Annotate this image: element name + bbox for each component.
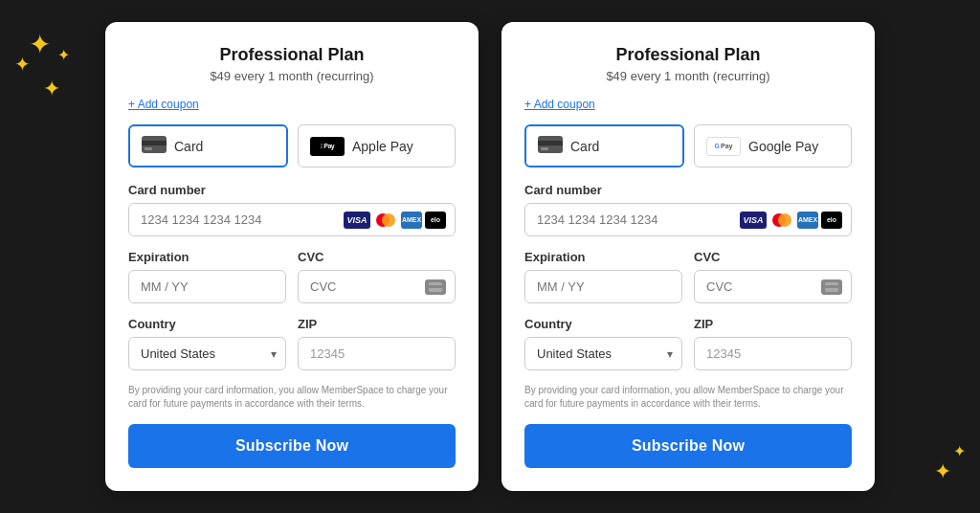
card-number-wrapper-left: VISA AMEX elo (128, 203, 456, 236)
star-icon-1: ✦ (29, 29, 51, 60)
country-zip-row-right: Country United States Canada United King… (524, 317, 852, 384)
plan-title-left: Professional Plan (128, 45, 456, 65)
expiry-cvc-row-left: Expiration CVC (128, 250, 456, 317)
google-pay-icon-right: GPay (706, 137, 741, 156)
cvc-wrapper-right (694, 270, 852, 303)
payment-method-applepay-left[interactable]:  Pay Apple Pay (298, 124, 456, 167)
expiration-label-left: Expiration (128, 250, 286, 264)
plan-title-right: Professional Plan (524, 45, 852, 65)
country-select-left[interactable]: United States Canada United Kingdom (128, 337, 286, 370)
zip-group-left: ZIP (298, 317, 456, 370)
zip-input-right[interactable] (694, 337, 852, 370)
svg-rect-2 (145, 147, 152, 150)
mastercard-logo-right (769, 212, 794, 229)
apple-pay-label-left: Apple Pay (352, 139, 413, 154)
zip-group-right: ZIP (694, 317, 852, 370)
expiration-input-right[interactable] (524, 270, 682, 303)
card-number-wrapper-right: VISA AMEX elo (524, 203, 852, 236)
zip-input-left[interactable] (298, 337, 456, 370)
expiration-input-left[interactable] (128, 270, 286, 303)
svg-rect-6 (538, 141, 563, 145)
payment-form-left: Professional Plan $49 every 1 month (rec… (105, 22, 479, 491)
star-icon-5: ✦ (934, 459, 951, 484)
card-icon-left (142, 136, 167, 156)
card-number-group-right: Card number VISA AMEX elo (524, 183, 852, 236)
add-coupon-right[interactable]: + Add coupon (524, 98, 595, 111)
cvc-group-right: CVC (694, 250, 852, 303)
card-number-label-left: Card number (128, 183, 456, 197)
subscribe-button-left[interactable]: Subscribe Now (128, 424, 456, 468)
add-coupon-left[interactable]: + Add coupon (128, 98, 199, 111)
country-group-left: Country United States Canada United King… (128, 317, 286, 370)
expiration-group-left: Expiration (128, 250, 286, 303)
card-logos-right: VISA AMEX elo (740, 212, 842, 229)
card-logos-left: VISA AMEX elo (344, 212, 446, 229)
country-wrapper-left: United States Canada United Kingdom ▾ (128, 337, 286, 370)
cards-container: Professional Plan $49 every 1 month (rec… (105, 22, 875, 491)
apple-pay-icon-left:  Pay (310, 137, 345, 156)
star-icon-2: ✦ (14, 53, 31, 76)
cvc-group-left: CVC (298, 250, 456, 303)
visa-logo-right: VISA (740, 212, 767, 229)
card-icon-right (538, 136, 563, 156)
svg-rect-1 (142, 141, 167, 145)
expiry-cvc-row-right: Expiration CVC (524, 250, 852, 317)
svg-rect-9 (825, 285, 838, 288)
cvc-label-right: CVC (694, 250, 852, 264)
plan-price-right: $49 every 1 month (recurring) (524, 69, 852, 83)
svg-rect-7 (541, 147, 548, 150)
zip-label-left: ZIP (298, 317, 456, 331)
card-label-right: Card (570, 139, 599, 154)
country-zip-row-left: Country United States Canada United King… (128, 317, 456, 384)
google-pay-label-right: Google Pay (748, 139, 818, 154)
expiration-group-right: Expiration (524, 250, 682, 303)
payment-methods-left: Card  Pay Apple Pay (128, 124, 456, 167)
star-icon-3: ✦ (43, 77, 60, 101)
cvc-card-icon-right (821, 279, 842, 295)
country-select-right[interactable]: United States Canada United Kingdom (524, 337, 682, 370)
payment-method-card-right[interactable]: Card (524, 124, 684, 167)
cvc-card-icon-left (425, 279, 446, 295)
payment-form-right: Professional Plan $49 every 1 month (rec… (501, 22, 875, 491)
cvc-wrapper-left (298, 270, 456, 303)
mastercard-logo-left (373, 212, 398, 229)
payment-method-googlepay-right[interactable]: GPay Google Pay (694, 124, 852, 167)
disclaimer-right: By providing your card information, you … (524, 384, 852, 411)
payment-methods-right: Card GPay Google Pay (524, 124, 852, 167)
elo-logo-right: elo (821, 212, 842, 229)
plan-price-left: $49 every 1 month (recurring) (128, 69, 456, 83)
card-label-left: Card (174, 139, 203, 154)
subscribe-button-right[interactable]: Subscribe Now (524, 424, 852, 468)
star-icon-4: ✦ (57, 46, 70, 64)
amex-logo-right: AMEX (797, 212, 818, 229)
disclaimer-left: By providing your card information, you … (128, 384, 456, 411)
country-label-right: Country (524, 317, 682, 331)
amex-logo-left: AMEX (401, 212, 422, 229)
country-label-left: Country (128, 317, 286, 331)
expiration-label-right: Expiration (524, 250, 682, 264)
visa-logo-left: VISA (344, 212, 370, 229)
cvc-label-left: CVC (298, 250, 456, 264)
card-number-group-left: Card number VISA AMEX elo (128, 183, 456, 236)
star-icon-6: ✦ (953, 442, 966, 460)
zip-label-right: ZIP (694, 317, 852, 331)
svg-rect-4 (429, 285, 442, 288)
card-number-label-right: Card number (524, 183, 852, 197)
payment-method-card-left[interactable]: Card (128, 124, 288, 167)
country-group-right: Country United States Canada United King… (524, 317, 682, 370)
country-wrapper-right: United States Canada United Kingdom ▾ (524, 337, 682, 370)
elo-logo-left: elo (425, 212, 446, 229)
